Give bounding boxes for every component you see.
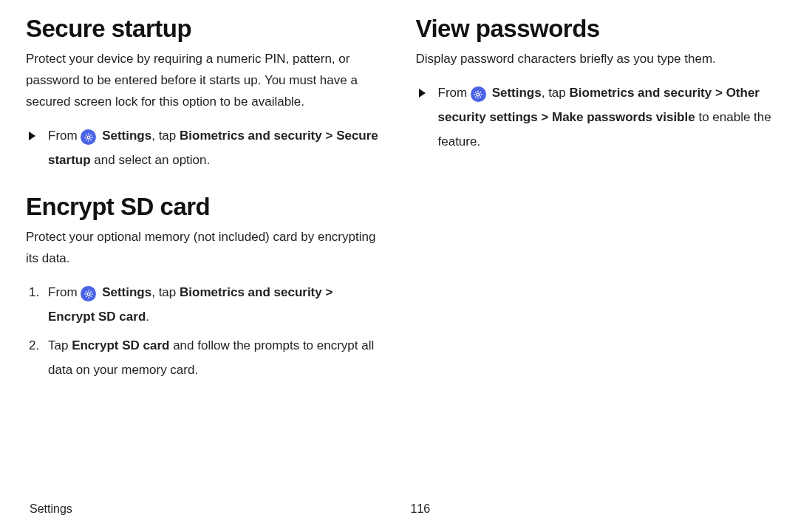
text-comma-tap: , tap: [151, 129, 180, 143]
text-encrypt-sd: Encrypt SD card: [48, 310, 146, 324]
number-2: 2.: [29, 333, 48, 358]
step-secure-startup-1: From Settings, tap Biometrics and securi…: [29, 123, 383, 172]
svg-point-0: [87, 136, 90, 139]
text-gt: >: [322, 285, 333, 299]
text-from: From: [438, 86, 471, 100]
text-select-option: and select an option.: [91, 153, 211, 167]
gear-icon: [471, 86, 486, 102]
heading-view-passwords: View passwords: [416, 15, 773, 43]
text-biometrics: Biometrics and security: [570, 86, 712, 100]
text-settings: Settings: [102, 285, 151, 299]
page-footer: Settings 116: [30, 502, 768, 516]
text-comma-tap: , tap: [151, 285, 180, 299]
svg-point-2: [477, 93, 480, 96]
desc-secure-startup: Protect your device by requiring a numer…: [26, 49, 383, 113]
text-settings: Settings: [102, 129, 151, 143]
gear-icon: [81, 129, 96, 145]
desc-encrypt-sd: Protect your optional memory (not includ…: [26, 227, 383, 270]
number-1: 1.: [29, 280, 48, 304]
gear-icon: [81, 286, 96, 301]
section-view-passwords: View passwords Display password characte…: [416, 15, 773, 154]
text-tap: Tap: [48, 338, 72, 352]
text-settings: Settings: [492, 86, 542, 100]
text-period: .: [146, 310, 149, 324]
text-gt: >: [322, 129, 336, 143]
page-columns: Secure startup Protect your device by re…: [26, 15, 772, 403]
text-gt2: >: [538, 110, 552, 124]
step-encrypt-2: 2. Tap Encrypt SD card and follow the pr…: [29, 333, 383, 382]
desc-view-passwords: Display password characters briefly as y…: [416, 49, 773, 70]
step-encrypt-1: 1. From Settings, tap Biometrics and sec…: [29, 280, 383, 329]
footer-section-label: Settings: [30, 502, 72, 516]
triangle-bullet-icon: [419, 81, 438, 103]
step-view-passwords-1: From Settings, tap Biometrics and securi…: [419, 81, 773, 154]
text-from: From: [48, 129, 81, 143]
text-make-visible: Make passwords visible: [552, 110, 695, 124]
text-comma-tap: , tap: [542, 86, 570, 100]
section-secure-startup: Secure startup Protect your device by re…: [26, 15, 383, 172]
footer-page-number: 116: [411, 502, 431, 516]
text-gt: >: [712, 86, 726, 100]
text-from: From: [48, 285, 81, 299]
left-column: Secure startup Protect your device by re…: [26, 15, 383, 403]
heading-encrypt-sd: Encrypt SD card: [26, 193, 383, 221]
triangle-bullet-icon: [29, 123, 48, 146]
right-column: View passwords Display password characte…: [416, 15, 773, 403]
text-biometrics: Biometrics and security: [180, 285, 322, 299]
text-encrypt-sd-bold: Encrypt SD card: [72, 338, 169, 352]
text-biometrics: Biometrics and security: [180, 129, 322, 143]
svg-point-1: [87, 293, 90, 296]
heading-secure-startup: Secure startup: [26, 15, 383, 43]
section-encrypt-sd: Encrypt SD card Protect your optional me…: [26, 193, 383, 382]
